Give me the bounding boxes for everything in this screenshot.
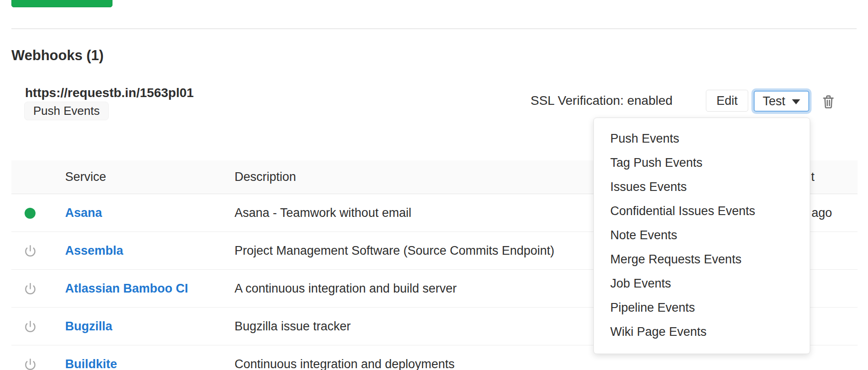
service-description: Bugzilla issue tracker [235,308,351,345]
menu-item-note-events[interactable]: Note Events [594,223,810,247]
primary-action-button[interactable] [11,0,112,7]
webhook-url: https://requestb.in/1563pl01 [25,86,194,100]
menu-item-confidential-issues-events[interactable]: Confidential Issues Events [594,199,810,223]
trash-icon [822,95,834,109]
menu-item-push-events[interactable]: Push Events [594,127,810,151]
ssl-verification-status: SSL Verification: enabled [531,93,673,108]
section-divider [11,28,857,29]
edit-webhook-button[interactable]: Edit [706,90,748,112]
menu-item-merge-requests-events[interactable]: Merge Requests Events [594,247,810,272]
menu-item-tag-push-events[interactable]: Tag Push Events [594,151,810,175]
test-button-label: Test [763,94,786,108]
test-dropdown-menu: Push Events Tag Push Events Issues Event… [593,118,810,354]
menu-item-pipeline-events[interactable]: Pipeline Events [594,296,810,320]
column-header-service: Service [65,160,106,194]
status-cell [15,232,45,270]
last-edit-value-partial: ago [812,194,832,232]
delete-webhook-button[interactable] [822,95,834,109]
menu-item-wiki-page-events[interactable]: Wiki Page Events [594,320,810,344]
webhook-trigger-badge: Push Events [24,102,109,120]
service-link-assembla[interactable]: Assembla [65,232,123,270]
service-description: Project Management Software (Source Comm… [235,232,554,270]
service-description: A continuous integration and build serve… [235,270,457,308]
power-icon [24,245,36,257]
status-cell [15,270,45,308]
power-icon [24,283,36,295]
service-link-buildkite[interactable]: Buildkite [65,345,117,370]
test-webhook-dropdown-button[interactable]: Test [754,91,809,112]
service-link-atlassian-bamboo-ci[interactable]: Atlassian Bamboo CI [65,270,188,308]
service-link-bugzilla[interactable]: Bugzilla [65,308,112,345]
service-description: Continuous integration and deployments [235,345,454,370]
status-cell [15,194,45,232]
column-header-description: Description [235,160,296,194]
menu-item-issues-events[interactable]: Issues Events [594,175,810,199]
service-description: Asana - Teamwork without email [235,194,411,232]
column-header-last-edit-partial: t [811,160,815,194]
chevron-down-icon [792,99,800,104]
service-link-asana[interactable]: Asana [65,194,102,232]
status-cell [15,345,45,370]
status-active-icon [25,208,36,219]
power-icon [24,320,36,333]
status-cell [15,308,45,345]
edit-button-label: Edit [716,94,738,108]
menu-item-job-events[interactable]: Job Events [594,272,810,296]
webhooks-settings-page: Webhooks (1) https://requestb.in/1563pl0… [0,0,868,370]
power-icon [24,358,36,370]
webhooks-section-title: Webhooks (1) [11,47,104,64]
